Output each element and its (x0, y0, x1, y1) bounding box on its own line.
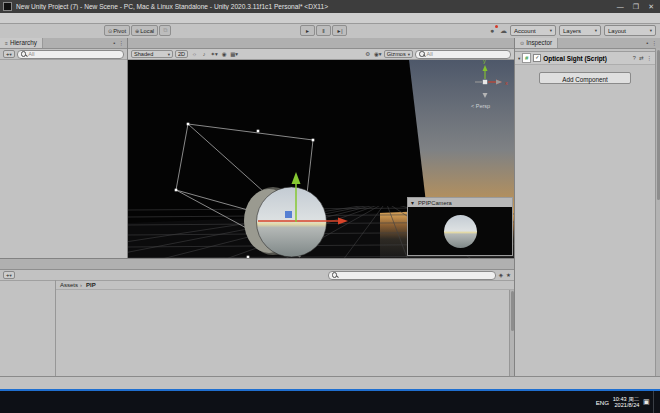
pivot-label: Pivot (113, 28, 126, 34)
lighting-toggle-icon[interactable]: ☼ (190, 51, 198, 57)
kebab-menu-icon[interactable]: ⋮ (119, 40, 125, 46)
component-enabled-checkbox[interactable]: ✓ (533, 54, 541, 62)
persp-label[interactable]: < Persp (471, 103, 490, 109)
draw-mode-label: Shaded (134, 51, 153, 57)
axis-y-label: y (483, 60, 486, 64)
visibility-toggle-icon[interactable]: ◉ (220, 51, 228, 57)
grid-toggle-icon[interactable]: ▦▾ (230, 51, 238, 57)
project-search-input[interactable] (328, 271, 496, 280)
toolbar-right-group: ● ☁ Account▾ Layers▾ Layout▾ (487, 25, 656, 36)
chevron-right-icon: › (80, 282, 82, 288)
clock-date: 2021/8/24 (613, 402, 640, 409)
effects-toggle-icon[interactable]: ✦▾ (210, 51, 218, 57)
asset-grid (56, 290, 509, 376)
inspector-panel: ⊙ Inspector ▪ ⋮ ▾ # ✓ Optical Sight (Scr… (514, 38, 660, 376)
inspector-icon: ⊙ (520, 38, 524, 48)
search-icon (332, 272, 338, 278)
tab-inspector[interactable]: ⊙ Inspector (515, 38, 558, 48)
local-toggle[interactable]: ⊕ Local (131, 25, 158, 36)
unity-logo-icon (3, 2, 12, 11)
kebab-menu-icon[interactable]: ⋮ (647, 55, 653, 61)
component-title: Optical Sight (Script) (543, 55, 607, 62)
presets-icon[interactable]: ⇄ (639, 55, 644, 61)
menu-bar (0, 13, 660, 24)
account-dropdown[interactable]: Account▾ (510, 25, 556, 36)
globe-icon: ⊕ (135, 28, 139, 34)
2d-label: 2D (178, 51, 185, 57)
scene-panel: Shaded▾ 2D ☼ ♪ ✦▾ ◉ ▦▾ ⚙ ◉▾ Gizmos▾ All (128, 38, 514, 258)
search-icon (21, 51, 27, 57)
project-panel: +▾ ◈ ★ Assets › PIP (0, 258, 514, 376)
script-icon: # (522, 53, 531, 63)
optical-sight-component-header[interactable]: ▾ # ✓ Optical Sight (Script) ? ⇄ ⋮ (515, 51, 655, 65)
scene-camera-icon[interactable]: ◉▾ (374, 51, 382, 57)
gizmos-label: Gizmos (387, 51, 406, 57)
lens-sphere-object[interactable] (257, 187, 327, 257)
action-center-icon[interactable]: ▣ (643, 398, 650, 406)
pivot-toggle[interactable]: ⊙ Pivot (104, 25, 130, 36)
lock-icon[interactable]: ▪ (114, 40, 116, 46)
status-bar (0, 376, 660, 389)
foldout-icon[interactable]: ▾ (518, 56, 520, 61)
play-button[interactable]: ► (300, 25, 315, 36)
camera-preview-render (444, 215, 477, 248)
account-label: Account (514, 28, 536, 34)
foldout-icon[interactable]: ▾ (411, 200, 414, 206)
breadcrumb: Assets › PIP (56, 280, 514, 290)
2d-toggle[interactable]: 2D (175, 50, 188, 58)
tab-hierarchy[interactable]: ≡ Hierarchy (0, 38, 43, 48)
audio-toggle-icon[interactable]: ♪ (200, 51, 208, 57)
z-axis-gizmo[interactable] (285, 211, 292, 218)
cloud-icon[interactable]: ☁ (500, 27, 507, 35)
minimize-button[interactable]: — (617, 3, 624, 11)
tools-icon[interactable]: ⚙ (364, 51, 372, 57)
add-component-button[interactable]: Add Component (539, 72, 631, 84)
hierarchy-search-input[interactable]: All (17, 50, 124, 59)
show-desktop-button[interactable] (653, 391, 657, 413)
draw-mode-dropdown[interactable]: Shaded▾ (131, 50, 173, 58)
project-folder-tree (0, 280, 52, 376)
hierarchy-icon: ≡ (5, 38, 8, 48)
collab-icon[interactable]: ● (487, 26, 497, 36)
lock-icon[interactable]: ▪ (647, 40, 649, 46)
maximize-button[interactable]: ❐ (633, 3, 639, 11)
type-filter-icon[interactable]: ◈ (499, 272, 503, 278)
pivot-icon: ⊙ (108, 28, 112, 34)
grid-snap-button[interactable]: ⧉ (159, 25, 171, 36)
play-controls: ► Ⅱ ►| (300, 25, 347, 36)
breadcrumb-assets[interactable]: Assets (60, 282, 78, 288)
help-icon[interactable]: ? (633, 55, 636, 61)
pause-button[interactable]: Ⅱ (316, 25, 331, 36)
local-label: Local (140, 28, 154, 34)
windows-taskbar: ENG 10:43 周二 2021/8/24 ▣ (0, 389, 660, 413)
project-scrollbar[interactable] (509, 290, 514, 376)
layout-dropdown[interactable]: Layout▾ (604, 25, 656, 36)
taskbar-clock[interactable]: 10:43 周二 2021/8/24 (613, 396, 640, 409)
scene-search-input[interactable]: All (415, 50, 511, 59)
axis-x-label: x (505, 80, 508, 86)
kebab-menu-icon[interactable]: ⋮ (652, 40, 658, 46)
label-filter-icon[interactable]: ★ (506, 272, 511, 278)
hierarchy-tab-label: Hierarchy (10, 38, 37, 48)
inspector-scrollbar[interactable] (655, 48, 660, 376)
scene-viewport[interactable]: x y < Persp ▾ PPIPCamera (128, 60, 514, 259)
scene-3d-render: x y < Persp ▾ PPIPCamera (128, 60, 514, 259)
scene-search-placeholder: All (427, 51, 433, 57)
create-asset-button[interactable]: +▾ (3, 271, 15, 279)
close-button[interactable]: ✕ (648, 3, 654, 11)
layers-label: Layers (563, 28, 581, 34)
language-indicator[interactable]: ENG (596, 399, 609, 406)
hierarchy-panel: ≡ Hierarchy ▪ ⋮ +▾ All (0, 38, 128, 258)
create-object-button[interactable]: +▾ (3, 50, 15, 58)
gizmos-dropdown[interactable]: Gizmos▾ (384, 50, 413, 58)
main-toolbar: ⊙ Pivot ⊕ Local ⧉ ► Ⅱ ►| ● ☁ Account▾ La… (0, 24, 660, 39)
layers-dropdown[interactable]: Layers▾ (559, 25, 601, 36)
window-title: New Unity Project (7) - New Scene - PC, … (16, 3, 611, 10)
system-tray: ENG 10:43 周二 2021/8/24 ▣ (592, 391, 660, 413)
search-icon (419, 51, 425, 57)
step-button[interactable]: ►| (332, 25, 347, 36)
window-titlebar: New Unity Project (7) - New Scene - PC, … (0, 0, 660, 13)
camera-preview-title: PPIPCamera (418, 200, 453, 206)
breadcrumb-current[interactable]: PIP (86, 282, 96, 288)
camera-preview-window: ▾ PPIPCamera (408, 198, 513, 256)
